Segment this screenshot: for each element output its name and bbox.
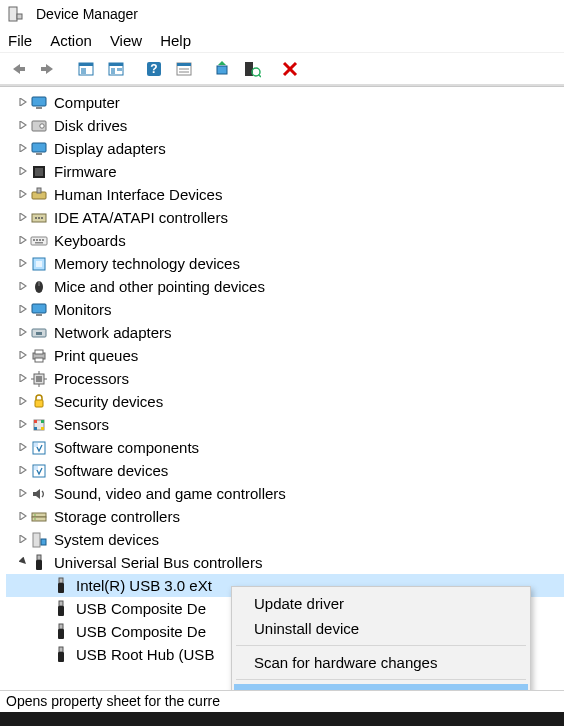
tree-row[interactable]: Monitors: [6, 298, 564, 321]
tree-row[interactable]: Print queues: [6, 344, 564, 367]
device-tree[interactable]: ComputerDisk drivesDisplay adaptersFirmw…: [0, 89, 564, 666]
tree-label: USB Composite De: [76, 621, 206, 643]
tree-label: Memory technology devices: [54, 253, 240, 275]
chevron-icon[interactable]: [16, 443, 30, 451]
toolbar: ?: [0, 52, 564, 84]
tree-label: Disk drives: [54, 115, 127, 137]
menu-view[interactable]: View: [110, 32, 142, 49]
svg-rect-54: [79, 63, 93, 66]
svg-line-69: [259, 74, 262, 77]
chevron-icon[interactable]: [16, 259, 30, 267]
monitor-icon: [30, 301, 48, 319]
tree-label: USB Root Hub (USB: [76, 644, 214, 666]
tree-row[interactable]: Security devices: [6, 390, 564, 413]
ctx-separator: [236, 645, 526, 646]
window-title: Device Manager: [36, 6, 138, 22]
tree-row[interactable]: Universal Serial Bus controllers: [6, 551, 564, 574]
status-bar: Opens property sheet for the curre: [0, 690, 564, 712]
tree-row[interactable]: Storage controllers: [6, 505, 564, 528]
chevron-icon[interactable]: [16, 374, 30, 382]
tree-label: USB Composite De: [76, 598, 206, 620]
tree-row[interactable]: Display adapters: [6, 137, 564, 160]
tree-label: Network adapters: [54, 322, 172, 344]
tree-row[interactable]: Processors: [6, 367, 564, 390]
tree-row[interactable]: Disk drives: [6, 114, 564, 137]
chip-icon: [30, 255, 48, 273]
update-driver-button[interactable]: [208, 56, 236, 82]
chevron-icon[interactable]: [16, 466, 30, 474]
chevron-icon[interactable]: [16, 282, 30, 290]
chevron-icon[interactable]: [16, 236, 30, 244]
system-icon: [30, 531, 48, 549]
chevron-icon[interactable]: [16, 535, 30, 543]
tree-row[interactable]: Sensors: [6, 413, 564, 436]
chevron-icon[interactable]: [16, 144, 30, 152]
tree-label: Computer: [54, 92, 120, 114]
chevron-icon[interactable]: [16, 98, 30, 106]
chevron-icon[interactable]: [16, 557, 30, 566]
tree-row[interactable]: Software devices: [6, 459, 564, 482]
chip-dark-icon: [30, 163, 48, 181]
menu-action[interactable]: Action: [50, 32, 92, 49]
tree-row[interactable]: Computer: [6, 91, 564, 114]
usb-icon: [52, 623, 70, 641]
tree-row[interactable]: Firmware: [6, 160, 564, 183]
tree-row[interactable]: Memory technology devices: [6, 252, 564, 275]
chevron-icon[interactable]: [16, 420, 30, 428]
tree-label: Software devices: [54, 460, 168, 482]
svg-rect-63: [177, 63, 191, 66]
chevron-icon[interactable]: [16, 305, 30, 313]
tree-label: Sensors: [54, 414, 109, 436]
showhide-console-button[interactable]: [72, 56, 100, 82]
tree-row[interactable]: IDE ATA/ATAPI controllers: [6, 206, 564, 229]
tree-row[interactable]: Software components: [6, 436, 564, 459]
sensors-icon: [30, 416, 48, 434]
tree-row[interactable]: Human Interface Devices: [6, 183, 564, 206]
tree-row[interactable]: Keyboards: [6, 229, 564, 252]
ctx-update-driver[interactable]: Update driver: [234, 591, 528, 616]
chevron-icon[interactable]: [16, 190, 30, 198]
titlebar: Device Manager: [0, 0, 564, 28]
scan-hardware-button[interactable]: [238, 56, 266, 82]
chevron-icon[interactable]: [16, 213, 30, 221]
tree-label: Display adapters: [54, 138, 166, 160]
menu-file[interactable]: File: [8, 32, 32, 49]
sw-icon: [30, 439, 48, 457]
monitor-icon: [30, 140, 48, 158]
security-icon: [30, 393, 48, 411]
chevron-icon[interactable]: [16, 328, 30, 336]
uninstall-device-button[interactable]: [276, 56, 304, 82]
ctx-uninstall-device[interactable]: Uninstall device: [234, 616, 528, 641]
tree-label: Mice and other pointing devices: [54, 276, 265, 298]
printer-icon: [30, 347, 48, 365]
menubar: File Action View Help: [0, 28, 564, 52]
ctx-scan-hardware[interactable]: Scan for hardware changes: [234, 650, 528, 675]
menu-help[interactable]: Help: [160, 32, 191, 49]
tree-row[interactable]: Mice and other pointing devices: [6, 275, 564, 298]
svg-rect-55: [81, 68, 86, 74]
tree-label: Storage controllers: [54, 506, 180, 528]
chevron-icon[interactable]: [16, 121, 30, 129]
chevron-icon[interactable]: [16, 512, 30, 520]
chevron-icon[interactable]: [16, 167, 30, 175]
tree-row[interactable]: System devices: [6, 528, 564, 551]
svg-text:?: ?: [150, 62, 157, 76]
chevron-icon[interactable]: [16, 397, 30, 405]
sound-icon: [30, 485, 48, 503]
back-button[interactable]: [4, 56, 32, 82]
help-button[interactable]: ?: [140, 56, 168, 82]
forward-button[interactable]: [34, 56, 62, 82]
tree-row[interactable]: Network adapters: [6, 321, 564, 344]
tree-label: Security devices: [54, 391, 163, 413]
tree-label: Processors: [54, 368, 129, 390]
chevron-icon[interactable]: [16, 489, 30, 497]
sw-icon: [30, 462, 48, 480]
properties-button[interactable]: [170, 56, 198, 82]
tree-row[interactable]: Sound, video and game controllers: [6, 482, 564, 505]
disk-icon: [30, 117, 48, 135]
monitor-icon: [30, 94, 48, 112]
chevron-icon[interactable]: [16, 351, 30, 359]
export-list-button[interactable]: [102, 56, 130, 82]
ctx-separator: [236, 679, 526, 680]
bottom-strip: [0, 712, 564, 726]
